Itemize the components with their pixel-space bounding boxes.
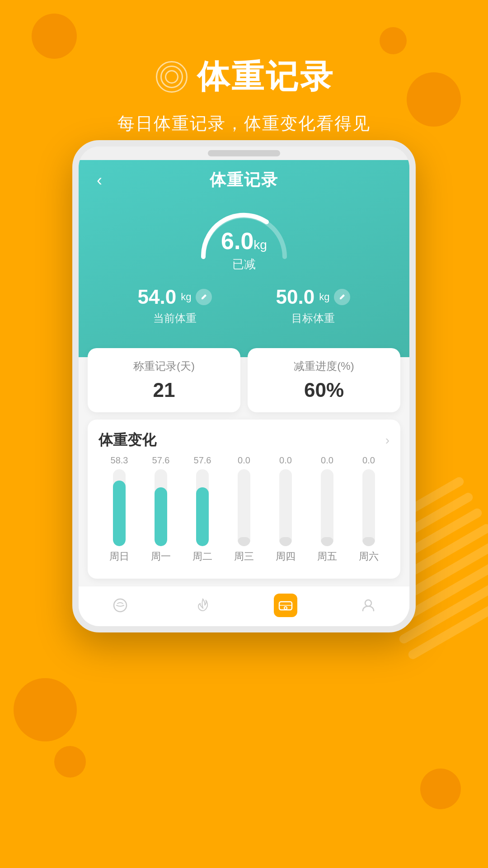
bottom-nav: [79, 586, 409, 626]
bar-col-0: 58.3周日: [99, 455, 140, 563]
current-weight-value: 54.0: [138, 286, 177, 308]
chart-section: 体重变化 › 58.3周日57.6周一57.6周二0.0周三0.0周四0.0周五…: [88, 420, 400, 579]
app-title: 体重记录: [197, 55, 334, 99]
bar-day-4: 周四: [276, 550, 296, 563]
header-title: 体重记录: [210, 169, 278, 191]
header-nav: ‹ 体重记录: [97, 169, 391, 191]
notch-bar: [208, 150, 280, 156]
bar-value-5: 0.0: [321, 455, 333, 466]
title-icon: [154, 59, 190, 95]
svg-point-4: [365, 600, 371, 606]
phone-notch: [79, 146, 409, 160]
nav-item-person[interactable]: [357, 594, 380, 617]
phone-mockup: ‹ 体重记录 6.0kg 已减: [72, 140, 416, 632]
chart-more-button[interactable]: ›: [385, 433, 389, 448]
gauge-label: 已减: [221, 256, 267, 272]
gauge-container: 6.0kg 已减: [97, 200, 391, 281]
stat-card-days-value: 21: [153, 379, 175, 401]
target-weight-label: 目标体重: [291, 311, 335, 326]
chart-header: 体重变化 ›: [99, 430, 389, 450]
bar-value-2: 57.6: [194, 455, 211, 466]
weight-stats: 54.0 kg 当前体重 50.0 kg: [97, 281, 391, 335]
gauge-unit: kg: [253, 238, 267, 252]
bar-fill-2: [196, 487, 209, 546]
bar-day-0: 周日: [109, 550, 129, 563]
bar-day-5: 周五: [317, 550, 337, 563]
deco-circle-6: [420, 769, 461, 809]
bar-day-2: 周二: [192, 550, 212, 563]
target-weight-stat: 50.0 kg 目标体重: [276, 286, 351, 326]
bar-value-4: 0.0: [279, 455, 292, 466]
bar-fill-5: [321, 537, 333, 546]
stat-card-progress: 减重进度(%) 60%: [248, 348, 400, 412]
bar-col-1: 57.6周一: [140, 455, 182, 563]
bar-fill-3: [238, 537, 250, 546]
app-header: ‹ 体重记录 6.0kg 已减: [79, 160, 409, 357]
current-weight-unit: kg: [181, 291, 191, 303]
bar-fill-4: [279, 537, 292, 546]
bar-wrapper-6: [362, 469, 375, 546]
app-title-row: 体重记录: [154, 55, 334, 99]
gauge-number: 6.0: [221, 228, 253, 254]
svg-rect-1: [279, 602, 292, 610]
target-weight-value: 50.0: [276, 286, 315, 308]
bar-col-5: 0.0周五: [306, 455, 348, 563]
current-weight-stat: 54.0 kg 当前体重: [138, 286, 212, 326]
bar-wrapper-3: [238, 469, 250, 546]
stat-card-days-label: 称重记录(天): [133, 359, 195, 373]
back-button[interactable]: ‹: [97, 171, 102, 190]
nav-item-food[interactable]: [108, 594, 132, 617]
app-screen: ‹ 体重记录 6.0kg 已减: [79, 160, 409, 626]
bar-fill-0: [113, 481, 126, 546]
bar-fill-1: [155, 487, 167, 546]
app-subtitle: 每日体重记录，体重变化看得见: [117, 112, 371, 135]
stat-card-days: 称重记录(天) 21: [88, 348, 240, 412]
ring-inner: [165, 70, 178, 84]
bar-wrapper-4: [279, 469, 292, 546]
bar-value-0: 58.3: [111, 455, 128, 466]
edit-target-weight-button[interactable]: [334, 289, 350, 305]
chart-area: 58.3周日57.6周一57.6周二0.0周三0.0周四0.0周五0.0周六: [99, 459, 389, 568]
bar-col-3: 0.0周三: [223, 455, 265, 563]
bar-col-2: 57.6周二: [182, 455, 223, 563]
edit-current-weight-button[interactable]: [196, 289, 212, 305]
bar-wrapper-2: [196, 469, 209, 546]
bar-wrapper-1: [155, 469, 167, 546]
bar-value-6: 0.0: [362, 455, 375, 466]
bar-value-1: 57.6: [152, 455, 170, 466]
deco-circle-5: [54, 746, 86, 778]
nav-item-scale[interactable]: [274, 594, 297, 617]
nav-item-fire[interactable]: [191, 594, 215, 617]
svg-point-3: [284, 607, 287, 609]
bar-day-1: 周一: [151, 550, 171, 563]
bar-fill-6: [362, 537, 375, 546]
target-weight-unit: kg: [319, 291, 329, 303]
gauge-value: 6.0kg 已减: [221, 227, 267, 272]
current-weight-label: 当前体重: [153, 311, 197, 326]
food-icon: [108, 594, 132, 617]
scale-icon: [274, 594, 297, 617]
stat-card-progress-label: 减重进度(%): [294, 359, 354, 373]
person-icon: [357, 594, 380, 617]
stat-card-progress-value: 60%: [304, 379, 344, 401]
bar-col-4: 0.0周四: [265, 455, 306, 563]
stats-cards: 称重记录(天) 21 减重进度(%) 60%: [79, 348, 409, 412]
current-weight-value-row: 54.0 kg: [138, 286, 212, 308]
bar-wrapper-5: [321, 469, 333, 546]
bar-value-3: 0.0: [238, 455, 250, 466]
deco-circle-4: [14, 678, 77, 741]
chart-title: 体重变化: [99, 430, 156, 450]
bar-col-6: 0.0周六: [348, 455, 389, 563]
fire-icon: [191, 594, 215, 617]
target-weight-value-row: 50.0 kg: [276, 286, 351, 308]
bar-day-6: 周六: [359, 550, 379, 563]
bar-wrapper-0: [113, 469, 126, 546]
bar-day-3: 周三: [234, 550, 254, 563]
svg-point-0: [114, 599, 127, 612]
